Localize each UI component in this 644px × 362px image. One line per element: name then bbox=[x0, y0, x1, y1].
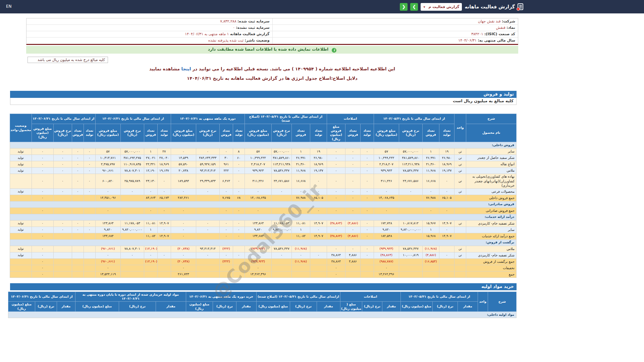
value-cell: ۱ bbox=[291, 148, 310, 155]
value-cell: ۴۸,۸۶۴ bbox=[327, 252, 345, 258]
value-cell: ۰ bbox=[219, 220, 233, 227]
col-group: از ابتدای سال مالی تا تاریخ ۱۴۰۴/۰۵/۳۱ bbox=[374, 114, 454, 124]
value-cell: ۱ bbox=[144, 148, 157, 155]
value-cell bbox=[72, 271, 84, 278]
status-cell bbox=[10, 207, 32, 214]
status-cell bbox=[10, 258, 32, 265]
value-cell: ۰ bbox=[291, 188, 310, 195]
value-cell bbox=[399, 258, 423, 265]
value-cell: ۲۲,۳۲۱ bbox=[144, 161, 157, 168]
value-cell: ۰ bbox=[32, 155, 53, 161]
value-cell: ۰ bbox=[196, 148, 219, 155]
col-sub: مقدار bbox=[317, 302, 340, 312]
value-cell bbox=[399, 271, 423, 278]
isic-value: ۳۸۴۲۰۱ bbox=[471, 32, 483, 36]
value-cell: ۰ bbox=[345, 155, 360, 161]
value-cell: ۰ bbox=[310, 188, 327, 195]
value-cell: ۱۱۳,۲۱۱,۹۳۸ bbox=[399, 161, 423, 168]
value-cell: ۰ bbox=[327, 227, 345, 233]
value-cell: ۷۸,۸۰۷,۳۰۱ bbox=[120, 246, 144, 252]
value-cell: ۰ bbox=[32, 258, 53, 265]
value-cell: ۲۵,۹۷۵,۷۸۹ bbox=[120, 174, 144, 189]
value-cell: ۱۴,۹۰۷ bbox=[157, 233, 171, 239]
col-group: دوره یک ماهه منتهی به ۱۴۰۴/۰۶/۳۱ bbox=[171, 114, 245, 124]
col-group: ازابتدای سال مالی تا تاریخ ۱۴۰۴/۰۵/۳۱ (ا… bbox=[256, 292, 340, 302]
unit-cell: تن bbox=[454, 155, 466, 161]
status-cell bbox=[10, 265, 32, 271]
previous-version-link[interactable]: اینجا bbox=[181, 66, 191, 71]
value-cell: ۵۷ bbox=[245, 148, 271, 155]
value-cell bbox=[144, 271, 157, 278]
value-cell: ۸ bbox=[233, 148, 245, 155]
value-cell: ۰ bbox=[144, 252, 157, 258]
value-cell: (۹۸۸,۷۸۷) bbox=[374, 258, 399, 265]
col-sub: نرخ فروش (ریال) bbox=[399, 124, 423, 142]
unit-cell: تن bbox=[454, 168, 466, 174]
fiscal-year-value: ۱۴۰۴/۰۶/۳۱ bbox=[458, 38, 477, 43]
value-cell: ۶,۴۶۲ bbox=[219, 174, 233, 189]
value-cell: ۹,۸۲۰,۰۰۰,۰۰۰ bbox=[120, 227, 144, 233]
unit-cell bbox=[454, 227, 466, 233]
value-cell: ۰ bbox=[171, 148, 196, 155]
col-sub: نرخ (ریال) bbox=[362, 302, 382, 312]
value-cell: ۰ bbox=[327, 168, 345, 174]
col-sub: نرخ فروش (ریال) bbox=[120, 124, 144, 142]
report-type-dropdown[interactable]: گزارش فعالیت م ▾ bbox=[421, 3, 462, 11]
value-cell bbox=[84, 252, 95, 258]
value-cell: ۲,۴۱۸,۲۰۷ bbox=[245, 161, 271, 168]
value-cell: (۱۱,۹۶۸) bbox=[291, 246, 310, 252]
value-cell: ۰ bbox=[157, 188, 171, 195]
col-group: اصلاحات bbox=[340, 292, 400, 302]
value-cell: ۲۲۲ bbox=[219, 168, 233, 174]
report-period-cell: گزارش فعالیت ماهانه ۱ ماهه منتهی به ۱۴۰۴… bbox=[26, 31, 272, 37]
value-cell bbox=[72, 246, 84, 252]
status-cell: تولید bbox=[10, 188, 32, 195]
status-cell: تولید bbox=[10, 246, 32, 252]
topbar-inner: گزارش فعالیت ماهانه گزارش فعالیت م ▾ ❯ ❮ bbox=[10, 0, 523, 13]
col-sub: مقدار bbox=[382, 302, 401, 312]
ticker-label: نماد: bbox=[506, 25, 515, 30]
value-cell: ۱۹,۱۳۷ bbox=[310, 168, 327, 174]
value-cell: ۰ bbox=[219, 207, 233, 214]
value-cell: ۰ bbox=[219, 252, 233, 258]
next-report-button[interactable]: ❯ bbox=[410, 3, 418, 11]
language-toggle[interactable]: EN bbox=[6, 4, 12, 9]
col-sub: تعداد تولید bbox=[310, 124, 327, 142]
value-cell: ۴۱۱,۲۲۶ bbox=[245, 174, 271, 189]
value-cell bbox=[360, 271, 374, 278]
value-cell: ۰ bbox=[439, 174, 454, 189]
value-cell bbox=[120, 195, 144, 201]
value-cell: ۰ bbox=[120, 188, 144, 195]
value-cell: ۱۵,۹۶۷ bbox=[423, 220, 439, 227]
value-cell: ۹,۸۲۰ bbox=[245, 227, 271, 233]
value-cell: ۶۵,۱۰۵ bbox=[310, 195, 327, 201]
prev-report-button[interactable]: ❮ bbox=[400, 3, 408, 11]
col-sub: نرخ فروش (ریال) bbox=[196, 124, 219, 142]
section-row: مواد اولیه داخلی: bbox=[8, 311, 516, 318]
product-name: محصولات فرعی bbox=[466, 188, 517, 195]
value-cell bbox=[219, 271, 233, 278]
value-cell bbox=[360, 258, 374, 265]
value-cell bbox=[72, 195, 84, 201]
value-cell: ۱۹,۱۳۷ bbox=[157, 168, 171, 174]
value-cell: (۹۳۹,۹۲۳) bbox=[374, 246, 399, 252]
value-cell bbox=[196, 195, 219, 201]
value-cell: ۵۷,۰۰۰,۰۰۰ bbox=[399, 148, 423, 155]
issuer-status-cell: وضعیت ناشر: ثبت شده پذیرفته نشده bbox=[26, 38, 272, 44]
unit-cell: تن bbox=[454, 161, 466, 168]
value-cell: ۰ bbox=[196, 252, 219, 258]
product-name: سایر bbox=[466, 227, 517, 233]
value-cell: ۷۶,۹۸۸ bbox=[291, 195, 310, 201]
value-cell: ۱۴,۵۳۹ bbox=[171, 155, 196, 161]
value-cell: ۲۶,۹۸۰ bbox=[310, 155, 327, 161]
company-info-row: سال مالی منتهی به: ۱۴۰۴/۰۶/۳۱ وضعیت ناشر… bbox=[26, 38, 518, 44]
value-cell: ۰ bbox=[439, 188, 454, 195]
value-cell: ۰ bbox=[72, 155, 84, 161]
col-sub: نرخ (ریال) bbox=[119, 302, 156, 312]
signed-info-text: اطلاعات نمایش داده شده با اطلاعات امضا ش… bbox=[208, 47, 329, 52]
col-group: مواد اولیه خریداری شده از ابتدای دوره تا… bbox=[75, 292, 186, 302]
value-cell: ۰ bbox=[360, 227, 374, 233]
report-period-value: ۱ ماهه منتهی به ۱۴۰۴/۰۶/۳۱ bbox=[185, 32, 229, 36]
value-cell: ۰ bbox=[53, 161, 72, 168]
status-cell bbox=[10, 233, 32, 239]
